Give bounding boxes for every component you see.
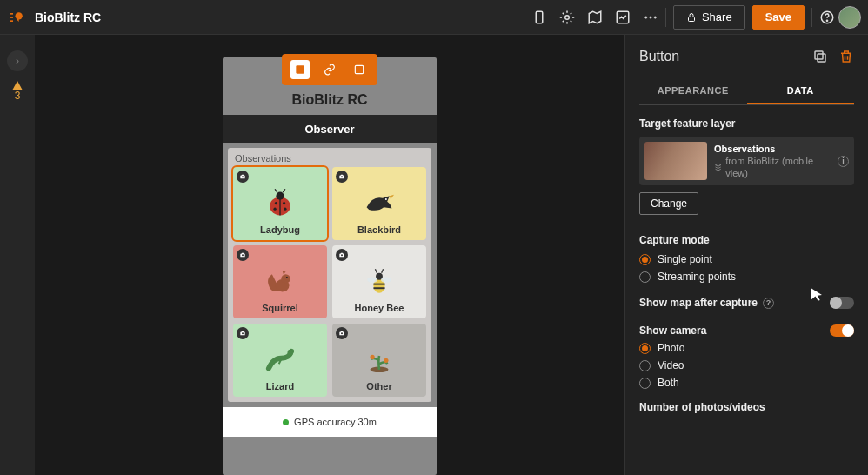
svg-point-8 xyxy=(650,16,651,17)
cursor-icon xyxy=(809,287,825,307)
observation-card[interactable]: Blackbird xyxy=(332,167,426,240)
svg-point-18 xyxy=(276,192,284,200)
camera-video-option[interactable]: Video xyxy=(639,359,854,371)
svg-point-28 xyxy=(286,277,288,278)
observation-card[interactable]: Squirrel xyxy=(233,245,327,318)
gps-status: GPS accuracy 30m xyxy=(223,407,437,437)
card-label: Ladybug xyxy=(260,224,300,235)
svg-rect-13 xyxy=(296,65,304,73)
show-camera-label: Show camera xyxy=(639,324,706,337)
svg-rect-43 xyxy=(815,51,823,59)
save-button[interactable]: Save xyxy=(752,5,805,30)
option-label: Video xyxy=(658,359,684,371)
camera-photo-option[interactable]: Photo xyxy=(639,342,854,354)
svg-point-5 xyxy=(565,15,570,19)
radio-icon xyxy=(639,271,651,283)
device-preview-icon[interactable] xyxy=(531,10,547,25)
num-photos-label: Number of photos/videos xyxy=(639,401,854,413)
view-mode-switcher xyxy=(282,54,377,85)
warning-indicator[interactable]: 3 xyxy=(12,80,23,101)
camera-badge-icon xyxy=(336,327,348,339)
svg-rect-0 xyxy=(10,13,13,15)
show-map-label: Show map after capture? xyxy=(639,297,774,309)
svg-point-15 xyxy=(242,176,244,177)
show-camera-toggle[interactable] xyxy=(830,324,854,337)
layer-source: from BioBlitz (mobile view) xyxy=(714,155,831,180)
svg-point-23 xyxy=(341,176,343,177)
delete-icon[interactable] xyxy=(838,49,854,64)
divider xyxy=(811,8,812,27)
help-icon[interactable] xyxy=(819,10,835,25)
tab-appearance[interactable]: APPEARANCE xyxy=(639,78,747,104)
top-bar: BioBlitz RC Share Save xyxy=(0,0,868,35)
left-rail: › 3 xyxy=(0,35,35,475)
camera-badge-icon xyxy=(336,171,348,183)
svg-point-29 xyxy=(341,254,343,256)
radio-icon xyxy=(639,343,651,354)
user-avatar[interactable] xyxy=(838,6,861,29)
camera-both-option[interactable]: Both xyxy=(639,377,854,389)
duplicate-icon[interactable] xyxy=(812,49,828,64)
share-button[interactable]: Share xyxy=(673,5,745,30)
map-icon[interactable] xyxy=(587,10,603,25)
svg-rect-14 xyxy=(355,65,363,73)
svg-point-41 xyxy=(384,358,388,363)
svg-rect-2 xyxy=(10,20,13,22)
svg-point-19 xyxy=(275,202,277,204)
change-layer-button[interactable]: Change xyxy=(639,192,698,215)
tab-data[interactable]: DATA xyxy=(747,78,855,104)
layer-name: Observations xyxy=(714,143,831,155)
observation-card[interactable]: Other xyxy=(332,324,426,397)
card-label: Lizard xyxy=(266,381,294,391)
view-mode-frame-icon[interactable] xyxy=(350,60,369,79)
show-map-toggle[interactable] xyxy=(830,297,854,309)
observation-card[interactable]: Honey Bee xyxy=(332,245,426,318)
observation-card[interactable]: Lizard xyxy=(233,324,327,397)
option-label: Streaming points xyxy=(658,271,736,283)
more-icon[interactable] xyxy=(643,10,658,25)
svg-rect-1 xyxy=(10,17,13,18)
panel-tabs: APPEARANCE DATA xyxy=(639,78,854,105)
option-label: Single point xyxy=(658,253,712,265)
view-mode-link-icon[interactable] xyxy=(320,60,339,79)
view-mode-page-icon[interactable] xyxy=(290,60,310,79)
save-label: Save xyxy=(765,10,791,23)
capture-mode-label: Capture mode xyxy=(639,234,854,246)
info-icon[interactable]: ? xyxy=(763,298,774,309)
camera-badge-icon xyxy=(336,249,348,261)
layer-thumbnail xyxy=(644,142,707,180)
divider xyxy=(665,8,666,27)
svg-point-20 xyxy=(283,202,285,204)
radio-icon xyxy=(639,360,651,371)
app-logo-icon xyxy=(7,7,28,28)
svg-point-40 xyxy=(371,355,375,359)
gps-dot-icon xyxy=(283,419,289,425)
observations-title: Observations xyxy=(233,153,426,167)
capture-streaming-option[interactable]: Streaming points xyxy=(639,271,854,283)
settings-icon[interactable] xyxy=(559,10,575,25)
analytics-icon[interactable] xyxy=(615,10,631,25)
phone-preview: BioBlitz RC Observer Observations Ladybu… xyxy=(223,57,437,475)
camera-badge-icon xyxy=(237,171,249,183)
target-layer-label: Target feature layer xyxy=(639,117,854,130)
svg-point-36 xyxy=(242,332,244,334)
card-label: Blackbird xyxy=(357,224,401,235)
svg-point-38 xyxy=(341,332,343,334)
observer-bar[interactable]: Observer xyxy=(223,115,437,143)
svg-point-27 xyxy=(281,274,290,284)
capture-single-option[interactable]: Single point xyxy=(639,253,854,265)
option-label: Both xyxy=(658,377,679,389)
expand-rail-button[interactable]: › xyxy=(7,50,28,71)
app-title: BioBlitz RC xyxy=(35,10,101,24)
svg-rect-42 xyxy=(818,54,825,62)
layer-info-icon[interactable]: i xyxy=(838,156,849,167)
warning-count: 3 xyxy=(15,90,21,101)
observation-card[interactable]: Ladybug xyxy=(233,167,327,240)
card-label: Other xyxy=(366,381,391,391)
svg-point-22 xyxy=(284,208,286,211)
panel-title: Button xyxy=(639,49,679,64)
top-tool-icons xyxy=(531,10,658,25)
svg-point-37 xyxy=(288,350,294,356)
svg-point-24 xyxy=(385,198,387,200)
observations-panel: Observations LadybugBlackbirdSquirrelHon… xyxy=(228,148,431,402)
